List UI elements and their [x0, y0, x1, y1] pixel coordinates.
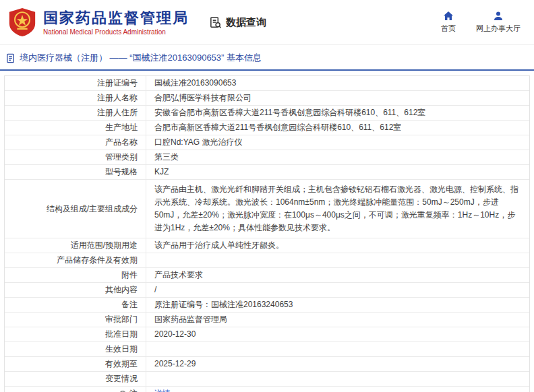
table-row-approval-department: 审批部门 国家药品监督管理局 [5, 313, 529, 327]
row-value: 第三类 [146, 150, 529, 164]
detail-link[interactable]: 详情 [154, 389, 171, 392]
site-header: 国家药品监督管理局 National Medical Products Admi… [0, 0, 534, 45]
site-title: 国家药品监督管理局 [43, 9, 189, 27]
row-label: 型号规格 [5, 165, 146, 179]
nav-data-query-label: 数据查询 [226, 16, 266, 29]
row-label: 注册人名称 [5, 91, 146, 105]
person-icon [493, 11, 504, 22]
row-value [146, 372, 529, 386]
table-row-remarks: 备注 原注册证编号：国械注准20163240653 [5, 298, 529, 313]
row-value: 国家药品监督管理局 [146, 313, 529, 327]
table-row-registration-no: 注册证编号 国械注准20163090653 [5, 76, 529, 91]
row-value: 安徽省合肥市高新区香樟大道211号香枫创意园综合科研楼610、611、612室 [146, 106, 529, 120]
nav-item-home[interactable]: 首页 [441, 11, 456, 34]
table-row-attachment: 附件 产品技术要求 [5, 268, 529, 283]
table-row-effective-date: 生效日期 [5, 342, 529, 357]
row-label: 其他内容 [5, 283, 146, 297]
row-label: 审批部门 [5, 313, 146, 327]
row-value: 2025-12-29 [146, 357, 529, 371]
row-label: 产品储存条件及有效期 [5, 253, 146, 267]
table-row-registrant-name: 注册人名称 合肥弘博医学科技有限公司 [5, 91, 529, 106]
breadcrumb-text: 境内医疗器械（注册） —— “国械注准20163090653” 基本信息 [20, 52, 262, 64]
table-row-product-name: 产品名称 口腔Nd:YAG 激光治疗仪 [5, 135, 529, 150]
nav-home-label: 首页 [441, 24, 456, 34]
row-label: 注 [5, 387, 146, 392]
row-value: 2020-12-30 [146, 327, 529, 341]
document-icon [5, 53, 16, 63]
site-title-english: National Medical Products Administration [43, 28, 189, 36]
table-row-note: 注 详情 [5, 387, 529, 392]
row-label: 生产地址 [5, 121, 146, 135]
row-value: 原注册证编号：国械注准20163240653 [146, 298, 529, 312]
table-row-intended-use: 适用范围/预期用途 该产品用于治疗成人单纯性牙龈炎。 [5, 238, 529, 253]
data-query-icon [209, 16, 222, 29]
site-title-block: 国家药品监督管理局 National Medical Products Admi… [43, 9, 189, 36]
row-value [146, 253, 529, 267]
table-row-registrant-address: 注册人住所 安徽省合肥市高新区香樟大道211号香枫创意园综合科研楼610、611… [5, 106, 529, 121]
row-label: 结构及组成/主要组成成分 [5, 180, 146, 238]
national-emblem-icon [7, 7, 38, 38]
table-row-model-spec: 型号规格 KJZ [5, 165, 529, 180]
breadcrumb: 境内医疗器械（注册） —— “国械注准20163090653” 基本信息 [0, 45, 534, 71]
row-label: 批准日期 [5, 327, 146, 341]
home-icon [443, 11, 454, 22]
note-info-icon [119, 390, 127, 392]
row-label: 生效日期 [5, 342, 146, 356]
table-row-management-category: 管理类别 第三类 [5, 150, 529, 165]
table-row-production-address: 生产地址 合肥市高新区香樟大道211号香枫创意园综合科研楼610、611、612… [5, 121, 529, 135]
table-row-change-record: 变更情况 [5, 372, 529, 387]
row-label: 备注 [5, 298, 146, 312]
row-label: 适用范围/预期用途 [5, 238, 146, 253]
row-label: 变更情况 [5, 372, 146, 386]
row-value [146, 342, 529, 356]
header-nav-right: 首页 网上办事大厅 [441, 11, 521, 34]
row-label: 注册人住所 [5, 106, 146, 120]
row-value: 国械注准20163090653 [146, 76, 529, 90]
row-label: 管理类别 [5, 150, 146, 164]
note-label: 注 [129, 389, 138, 392]
row-value: / [146, 283, 529, 297]
nmpa-logo-link[interactable]: 国家药品监督管理局 National Medical Products Admi… [7, 7, 189, 38]
table-row-approval-date: 批准日期 2020-12-30 [5, 327, 529, 342]
row-value: 该产品用于治疗成人单纯性牙龈炎。 [146, 238, 529, 253]
row-label: 有效期至 [5, 357, 146, 371]
row-value: 口腔Nd:YAG 激光治疗仪 [146, 135, 529, 150]
nav-service-hall-label: 网上办事大厅 [476, 24, 521, 34]
table-row-expiry-date: 有效期至 2025-12-29 [5, 357, 529, 372]
row-value: 该产品由主机、激光光纤和脚踏开关组成；主机包含掺钕钇铝石榴石激光器、激光电源、控… [146, 180, 529, 238]
nav-data-query[interactable]: 数据查询 [209, 16, 266, 29]
row-value: KJZ [146, 165, 529, 179]
table-row-structure-composition: 结构及组成/主要组成成分 该产品由主机、激光光纤和脚踏开关组成；主机包含掺钕钇铝… [5, 180, 529, 238]
row-label: 注册证编号 [5, 76, 146, 90]
registration-info-table: 注册证编号 国械注准20163090653 注册人名称 合肥弘博医学科技有限公司… [4, 75, 530, 392]
row-label: 附件 [5, 268, 146, 282]
row-value: 合肥弘博医学科技有限公司 [146, 91, 529, 105]
table-row-other-content: 其他内容 / [5, 283, 529, 298]
row-value: 合肥市高新区香樟大道211号香枫创意园综合科研楼610、611、612室 [146, 121, 529, 135]
row-value: 详情 [146, 387, 529, 392]
nav-item-service-hall[interactable]: 网上办事大厅 [476, 11, 521, 34]
table-row-storage-validity: 产品储存条件及有效期 [5, 253, 529, 268]
row-value: 产品技术要求 [146, 268, 529, 282]
row-label: 产品名称 [5, 135, 146, 150]
